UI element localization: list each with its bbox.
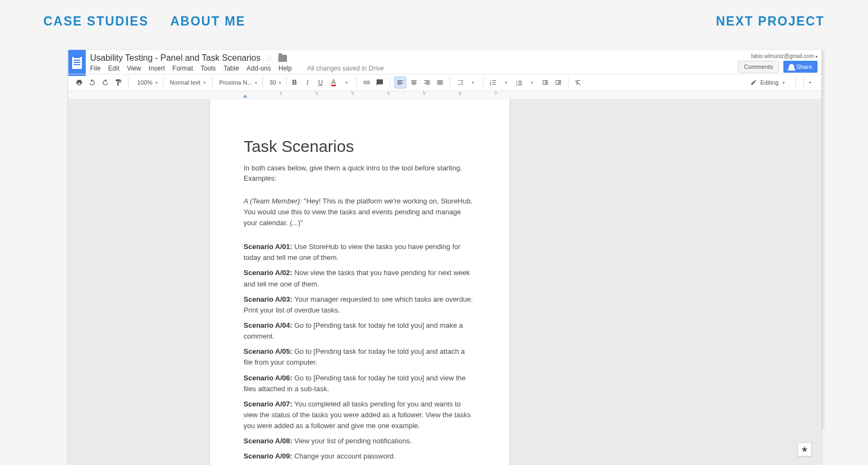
- explore-button[interactable]: [797, 442, 812, 456]
- ruler-tick: 3: [352, 91, 354, 97]
- menu-help[interactable]: Help: [278, 65, 292, 72]
- ruler-tick: 4: [387, 91, 390, 97]
- menu-file[interactable]: File: [90, 65, 100, 72]
- document-page[interactable]: Task Scenarios In both cases below, give…: [210, 99, 509, 465]
- text-color-icon[interactable]: A: [328, 77, 339, 88]
- docs-logo-icon[interactable]: [68, 50, 86, 76]
- nav-next-project[interactable]: NEXT PROJECT: [716, 14, 825, 29]
- scenario-row: Scenario A/02: Now view the tasks that y…: [244, 267, 476, 289]
- scenario-row: Scenario A/04: Go to [Pending task for t…: [244, 320, 476, 342]
- scenario-label: Scenario A/07:: [244, 400, 294, 408]
- scenario-label: Scenario A/08:: [244, 437, 294, 445]
- menu-table[interactable]: Table: [224, 65, 239, 72]
- numbered-list-caret[interactable]: ▼: [501, 77, 512, 88]
- page-scrollbar[interactable]: [821, 50, 825, 430]
- print-icon[interactable]: [74, 77, 85, 88]
- scenario-label: Scenario A/04:: [244, 321, 294, 329]
- editing-label: Editing: [760, 79, 778, 86]
- align-left-icon[interactable]: [394, 77, 406, 88]
- doc-quote: A (Team Member): "Hey! This is the platf…: [244, 196, 476, 228]
- share-button[interactable]: Share: [783, 61, 818, 73]
- clear-formatting-icon[interactable]: [573, 77, 584, 88]
- scenario-row: Scenario A/03: Your manager requested to…: [244, 294, 476, 316]
- menu-addons[interactable]: Add-ons: [247, 65, 271, 72]
- ruler-tick: 2: [316, 91, 318, 97]
- bulleted-list-icon[interactable]: [514, 77, 525, 88]
- scenario-label: Scenario A/09:: [244, 452, 294, 460]
- scenario-row: Scenario A/01: Use StoreHub to view the …: [244, 241, 476, 263]
- undo-icon[interactable]: [87, 77, 98, 88]
- scenario-row: Scenario A/09: Change your account passw…: [244, 451, 476, 462]
- save-status: All changes saved in Drive: [307, 65, 384, 72]
- menubar: File Edit View Insert Format Tools Table…: [90, 63, 738, 73]
- menu-tools[interactable]: Tools: [201, 65, 216, 72]
- menu-edit[interactable]: Edit: [108, 65, 119, 72]
- line-spacing-icon[interactable]: [455, 77, 465, 88]
- explore-icon: [801, 445, 808, 453]
- paint-format-icon[interactable]: [113, 77, 124, 88]
- editing-mode-button[interactable]: Editing ▼: [745, 79, 791, 86]
- scenario-row: Scenario A/07: You completed all tasks p…: [244, 399, 476, 431]
- decrease-indent-icon[interactable]: [540, 77, 551, 88]
- site-nav: CASE STUDIES ABOUT ME NEXT PROJECT: [0, 14, 868, 29]
- insert-link-icon[interactable]: [361, 77, 372, 88]
- share-label: Share: [796, 63, 812, 70]
- ruler-tick: 5: [423, 91, 425, 97]
- numbered-list-icon[interactable]: [488, 77, 499, 88]
- ruler-tick: 6: [459, 91, 461, 97]
- bold-icon[interactable]: B: [289, 77, 300, 88]
- nav-about-me[interactable]: ABOUT ME: [170, 14, 246, 29]
- user-email[interactable]: fabio.wlmuniz@gmail.com: [751, 53, 818, 59]
- document-title[interactable]: Usability Testing - Panel and Task Scena…: [90, 53, 260, 63]
- paragraph-style-select[interactable]: Normal text▼: [165, 77, 213, 88]
- underline-icon[interactable]: U: [315, 77, 326, 88]
- align-center-icon[interactable]: [409, 77, 419, 88]
- font-select[interactable]: Proxima N...▼: [215, 77, 263, 88]
- menu-insert[interactable]: Insert: [149, 65, 165, 72]
- collapse-toolbar-icon[interactable]: [803, 77, 816, 88]
- scenario-row: Scenario A/05: Go to [Pending task for t…: [244, 346, 476, 368]
- person-icon: [789, 64, 794, 69]
- scenario-label: Scenario A/06:: [244, 374, 294, 382]
- ruler-tick: 7: [495, 91, 497, 97]
- scenario-label: Scenario A/03:: [244, 295, 294, 303]
- scenario-row: Scenario A/08: View your list of pending…: [244, 436, 476, 447]
- indent-marker-icon[interactable]: [243, 94, 247, 98]
- editing-caret-icon: ▼: [782, 81, 786, 85]
- scenario-label: Scenario A/02:: [244, 269, 294, 277]
- scenario-text: Change your account password.: [294, 452, 395, 460]
- align-right-icon[interactable]: [422, 77, 432, 88]
- pencil-icon: [750, 79, 757, 86]
- toolbar: 100%▼ Normal text▼ Proxima N...▼ 30▼ B I…: [68, 74, 821, 91]
- menu-format[interactable]: Format: [173, 65, 193, 72]
- scenario-label: Scenario A/05:: [244, 347, 294, 355]
- redo-icon[interactable]: [100, 77, 111, 88]
- move-to-folder-icon[interactable]: [278, 55, 287, 62]
- google-docs-window: Usability Testing - Panel and Task Scena…: [68, 50, 821, 465]
- align-justify-icon[interactable]: [435, 77, 445, 88]
- italic-icon[interactable]: I: [302, 77, 313, 88]
- zoom-select[interactable]: 100%▼: [133, 77, 163, 88]
- insert-comment-icon[interactable]: [374, 77, 385, 88]
- scenario-text: View your list of pending notifications.: [294, 437, 412, 445]
- quote-label: A (Team Member):: [244, 197, 302, 205]
- bulleted-list-caret[interactable]: ▼: [527, 77, 538, 88]
- font-size-select[interactable]: 30▼: [265, 77, 287, 88]
- scenario-row: Scenario A/06: Go to [Pending task for t…: [244, 373, 476, 394]
- line-spacing-caret[interactable]: ▼: [468, 77, 478, 88]
- titlebar: Usability Testing - Panel and Task Scena…: [68, 50, 821, 74]
- increase-indent-icon[interactable]: [553, 77, 564, 88]
- scenario-label: Scenario A/01:: [244, 243, 294, 251]
- ruler[interactable]: 1234567: [68, 91, 821, 99]
- doc-heading: Task Scenarios: [244, 137, 476, 156]
- star-icon[interactable]: ☆: [266, 54, 273, 62]
- menu-view[interactable]: View: [127, 65, 141, 72]
- document-canvas: Task Scenarios In both cases below, give…: [68, 99, 821, 465]
- comments-button[interactable]: Comments: [738, 61, 778, 73]
- text-color-caret[interactable]: ▼: [341, 77, 352, 88]
- nav-case-studies[interactable]: CASE STUDIES: [43, 14, 149, 29]
- ruler-tick: 1: [280, 91, 282, 97]
- doc-intro: In both cases below, give them a quick i…: [244, 163, 476, 184]
